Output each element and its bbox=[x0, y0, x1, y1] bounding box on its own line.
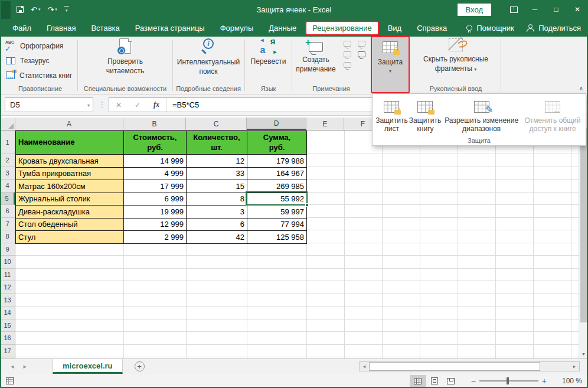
column-header-d-selected[interactable]: D bbox=[247, 118, 306, 130]
header-cell-qty[interactable]: Количество, шт. bbox=[187, 131, 247, 155]
row-header-6[interactable]: 6 bbox=[0, 205, 15, 218]
undo-button[interactable]: ↶▾ bbox=[31, 6, 40, 14]
new-comment-button[interactable]: + Создать примечание bbox=[293, 38, 339, 74]
insert-function-button[interactable]: fx bbox=[147, 100, 166, 109]
share-button[interactable]: Поделиться bbox=[526, 24, 581, 32]
ink-comment-icon[interactable] bbox=[358, 41, 365, 47]
next-sheet-icon[interactable]: ▸ bbox=[24, 363, 27, 370]
row-header-1[interactable]: 1 bbox=[0, 131, 15, 154]
zoom-level[interactable]: 100 % bbox=[554, 377, 582, 385]
save-button[interactable] bbox=[17, 6, 24, 13]
new-sheet-button[interactable]: + bbox=[135, 361, 145, 371]
tab-insert[interactable]: Вставка bbox=[83, 20, 127, 36]
select-all-corner[interactable] bbox=[0, 118, 15, 130]
maximize-button[interactable]: □ bbox=[545, 0, 567, 19]
scroll-down-icon[interactable]: ▼ bbox=[579, 350, 588, 358]
cell-b8[interactable]: 2 999 bbox=[124, 231, 187, 244]
tab-view[interactable]: Вид bbox=[380, 20, 410, 36]
spelling-button[interactable]: ABC✓ Орфография bbox=[4, 38, 77, 53]
hide-ink-button[interactable]: Скрыть рукописные фрагменты ▾ bbox=[412, 38, 499, 73]
vertical-scrollbar[interactable]: ▲ ▼ bbox=[579, 118, 588, 358]
cell-a4[interactable]: Матрас 160х200см bbox=[16, 180, 124, 193]
allow-edit-ranges-menu-item[interactable]: ✎ Разрешить изменение диапазонов bbox=[442, 97, 521, 133]
cell-b4[interactable]: 17 999 bbox=[124, 180, 187, 193]
delete-comment-icon[interactable] bbox=[344, 41, 351, 47]
name-box[interactable]: D5 ▾ bbox=[5, 97, 93, 112]
cell-d7[interactable]: 77 994 bbox=[247, 218, 307, 231]
tab-help[interactable]: Справка bbox=[409, 20, 455, 36]
tab-review-active-highlighted[interactable]: Рецензирование bbox=[305, 21, 378, 35]
customize-qat-button[interactable]: ▾ bbox=[64, 6, 69, 14]
cell-d8[interactable]: 125 958 bbox=[247, 231, 307, 244]
cell-d3[interactable]: 164 967 bbox=[247, 167, 307, 180]
row-header-11[interactable]: 11 bbox=[0, 269, 15, 282]
cell-d2[interactable]: 179 988 bbox=[247, 155, 307, 168]
row-header-5-selected[interactable]: 5 bbox=[0, 193, 15, 206]
sheet-tab-active[interactable]: microexcel.ru bbox=[53, 359, 123, 374]
cell-a6[interactable]: Диван-раскладушка bbox=[16, 206, 124, 219]
close-button[interactable]: ✕ bbox=[567, 0, 588, 19]
protect-button-highlighted[interactable]: Защита ▾ bbox=[371, 36, 410, 93]
horizontal-scrollbar-thumb[interactable] bbox=[369, 362, 540, 371]
translate-button[interactable]: ◄а я► Перевести bbox=[246, 38, 291, 67]
cell-c4[interactable]: 15 bbox=[187, 180, 247, 193]
cell-b5[interactable]: 6 999 bbox=[124, 193, 187, 206]
tab-data[interactable]: Данные bbox=[261, 20, 304, 36]
formula-bar-resize-icon[interactable]: ⋮ bbox=[99, 100, 106, 109]
minimize-button[interactable]: ─ bbox=[524, 0, 545, 19]
row-header-15[interactable]: 15 bbox=[0, 319, 15, 332]
column-header-c[interactable]: C bbox=[186, 118, 247, 130]
row-header-17[interactable]: 17 bbox=[0, 345, 15, 358]
ribbon-display-options-button[interactable]: ↑ bbox=[503, 0, 524, 19]
tab-formulas[interactable]: Формулы bbox=[213, 20, 262, 36]
enter-button[interactable]: ✓ bbox=[128, 101, 147, 109]
cell-a5[interactable]: Журнальный столик bbox=[16, 193, 124, 206]
protect-sheet-menu-item[interactable]: Защитить лист bbox=[375, 97, 408, 133]
cell-a2[interactable]: Кровать двухспальная bbox=[16, 155, 124, 168]
row-header-7[interactable]: 7 bbox=[0, 218, 15, 231]
previous-sheet-icon[interactable]: ◂ bbox=[11, 363, 14, 370]
show-comments-icon[interactable] bbox=[358, 51, 365, 57]
check-accessibility-button[interactable]: Проверить читаемость bbox=[79, 38, 172, 76]
header-cell-sum[interactable]: Сумма, руб. bbox=[247, 131, 307, 155]
redo-button[interactable]: ↷▾ bbox=[47, 6, 57, 14]
header-cell-name[interactable]: Наименование bbox=[16, 131, 124, 155]
normal-view-button[interactable] bbox=[410, 375, 426, 387]
row-header-14[interactable]: 14 bbox=[0, 307, 15, 319]
column-header-e[interactable]: E bbox=[306, 118, 344, 130]
page-layout-view-button[interactable] bbox=[426, 375, 443, 387]
zoom-slider[interactable] bbox=[479, 380, 538, 382]
smart-lookup-button[interactable]: i Интеллектуальный поиск bbox=[174, 38, 243, 76]
cell-c5[interactable]: 8 bbox=[187, 193, 247, 206]
active-cell-selection-d5[interactable] bbox=[246, 191, 308, 206]
tab-home[interactable]: Главная bbox=[39, 20, 83, 36]
horizontal-scrollbar-track[interactable] bbox=[540, 362, 570, 371]
workbook-statistics-button[interactable]: Статистика книг bbox=[4, 68, 77, 83]
cell-c6[interactable]: 3 bbox=[187, 206, 247, 219]
worksheet-grid[interactable]: 1 2 3 4 5 6 7 8 9 10 11 12 13 14 15 16 1… bbox=[0, 131, 579, 358]
thesaurus-button[interactable]: Тезаурус bbox=[4, 53, 77, 68]
assistant-tab[interactable]: Помощник bbox=[466, 24, 514, 32]
zoom-out-button[interactable]: − bbox=[468, 376, 479, 386]
cell-b7[interactable]: 12 999 bbox=[124, 218, 187, 231]
accessibility-status-icon[interactable] bbox=[6, 377, 14, 384]
fill-handle[interactable] bbox=[305, 203, 309, 207]
collapse-ribbon-button[interactable]: ∧ bbox=[579, 85, 583, 92]
cell-c3[interactable]: 33 bbox=[187, 167, 247, 180]
row-header-10[interactable]: 10 bbox=[0, 256, 15, 269]
signin-button[interactable]: Вход bbox=[458, 4, 491, 16]
scroll-right-icon[interactable]: ► bbox=[570, 362, 579, 371]
cell-a3[interactable]: Тумба прикроватная bbox=[16, 167, 124, 180]
row-header-4[interactable]: 4 bbox=[0, 180, 15, 193]
cell-b3[interactable]: 4 999 bbox=[124, 167, 187, 180]
cell-c8[interactable]: 42 bbox=[187, 231, 247, 244]
scroll-left-icon[interactable]: ◄ bbox=[360, 362, 369, 371]
cell-a7[interactable]: Стол обеденный bbox=[16, 218, 124, 231]
cell-b2[interactable]: 14 999 bbox=[124, 155, 187, 168]
horizontal-scrollbar[interactable]: ◄ ► bbox=[359, 361, 580, 371]
cell-c7[interactable]: 6 bbox=[187, 218, 247, 231]
tab-file[interactable]: Файл bbox=[5, 20, 39, 36]
zoom-slider-thumb[interactable] bbox=[507, 377, 509, 384]
row-header-3[interactable]: 3 bbox=[0, 167, 15, 180]
cell-b6[interactable]: 19 999 bbox=[124, 206, 187, 219]
